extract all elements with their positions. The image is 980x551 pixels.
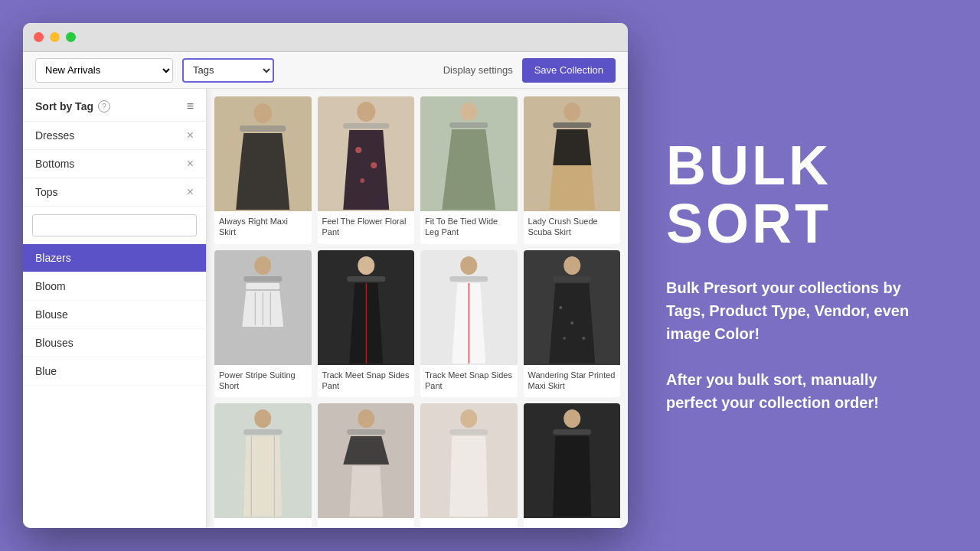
product-name-2: Feel The Flower Floral Pant — [318, 211, 415, 244]
tag-option-blue[interactable]: Blue — [23, 357, 206, 386]
app-toolbar: New ArrivalsFeaturedBest SellersSale Tag… — [23, 52, 628, 89]
svg-point-28 — [563, 337, 566, 340]
product-image-2 — [318, 96, 415, 211]
maximize-btn[interactable] — [66, 32, 76, 42]
product-image-11 — [420, 403, 518, 518]
product-name-9 — [214, 518, 312, 528]
svg-point-6 — [360, 178, 364, 183]
mac-titlebar — [23, 23, 628, 52]
product-card-11[interactable] — [420, 403, 518, 528]
mac-window: New ArrivalsFeaturedBest SellersSale Tag… — [23, 23, 628, 528]
save-collection-button[interactable]: Save Collection — [522, 58, 616, 83]
product-image-3 — [420, 96, 518, 211]
svg-point-4 — [355, 147, 361, 153]
svg-rect-34 — [347, 429, 385, 435]
tag-option-blazers[interactable]: Blazers — [23, 244, 206, 272]
page-wrapper: New ArrivalsFeaturedBest SellersSale Tag… — [0, 0, 980, 551]
svg-point-26 — [570, 321, 573, 324]
active-tag-tops[interactable]: Tops × — [23, 178, 206, 207]
tag-label: Bottoms — [35, 158, 74, 170]
product-card-9[interactable] — [214, 403, 312, 528]
svg-rect-18 — [347, 276, 385, 282]
remove-tag-icon[interactable]: × — [187, 186, 194, 198]
product-name-3: Fit To Be Tied Wide Leg Pant — [420, 211, 518, 244]
svg-rect-38 — [553, 429, 591, 435]
minimize-btn[interactable] — [50, 32, 60, 42]
svg-point-29 — [254, 409, 271, 428]
product-name-6: Track Meet Snap Sides Pant — [318, 365, 415, 398]
tag-dropdown-list: Blazers Bloom Blouse Blouses Blue — [23, 244, 206, 528]
product-card-12[interactable] — [524, 403, 621, 528]
svg-rect-21 — [449, 276, 488, 282]
product-name-7: Track Meet Snap Sides Pant — [420, 365, 518, 398]
close-btn[interactable] — [34, 32, 44, 42]
product-image-6 — [318, 250, 415, 365]
svg-point-11 — [254, 256, 271, 275]
svg-rect-12 — [243, 276, 282, 282]
product-name-11 — [420, 518, 518, 528]
svg-point-23 — [564, 256, 580, 275]
remove-tag-icon[interactable]: × — [187, 158, 194, 170]
product-grid-area: Always Right Maxi Skirt — [207, 89, 628, 528]
product-name-4: Lady Crush Suede Scuba Skirt — [524, 211, 621, 244]
product-name-8: Wandering Star Printed Maxi Skirt — [524, 365, 621, 398]
svg-point-0 — [253, 103, 272, 123]
svg-rect-13 — [246, 283, 279, 289]
svg-rect-36 — [449, 429, 488, 435]
product-card-3[interactable]: Fit To Be Tied Wide Leg Pant — [420, 96, 518, 244]
sidebar-header: Sort by Tag ? ≡ — [23, 89, 206, 122]
svg-point-35 — [460, 409, 477, 428]
collection-select[interactable]: New ArrivalsFeaturedBest SellersSale — [35, 58, 173, 83]
svg-point-17 — [358, 256, 374, 275]
product-name-10 — [318, 518, 415, 528]
product-name-1: Always Right Maxi Skirt — [214, 211, 312, 244]
product-card-6[interactable]: Track Meet Snap Sides Pant — [318, 250, 415, 398]
help-icon[interactable]: ? — [98, 100, 110, 112]
tag-option-blouse[interactable]: Blouse — [23, 301, 206, 329]
svg-rect-3 — [343, 123, 389, 129]
sort-order-icon[interactable]: ≡ — [187, 99, 194, 113]
product-card-1[interactable]: Always Right Maxi Skirt — [214, 96, 312, 244]
product-card-8[interactable]: Wandering Star Printed Maxi Skirt — [524, 250, 621, 398]
product-card-2[interactable]: Feel The Flower Floral Pant — [318, 96, 415, 244]
app-body: Sort by Tag ? ≡ Dresses × Bottoms × — [23, 89, 628, 528]
product-image-7 — [420, 250, 518, 365]
product-image-10 — [318, 403, 415, 518]
product-image-4 — [524, 96, 621, 211]
promo-text2: After you bulk sort, manually perfect yo… — [666, 368, 919, 414]
active-tag-dresses[interactable]: Dresses × — [23, 122, 206, 150]
product-card-10[interactable] — [318, 403, 415, 528]
product-card-7[interactable]: Track Meet Snap Sides Pant — [420, 250, 518, 398]
remove-tag-icon[interactable]: × — [187, 129, 194, 142]
svg-point-20 — [460, 256, 477, 275]
sidebar: Sort by Tag ? ≡ Dresses × Bottoms × — [23, 89, 207, 528]
product-card-5[interactable]: Power Stripe Suiting Short — [214, 250, 312, 398]
svg-point-37 — [564, 409, 580, 428]
tag-option-bloom[interactable]: Bloom — [23, 272, 206, 301]
svg-point-33 — [358, 409, 374, 428]
promo-title: BULK SORT — [666, 137, 919, 253]
product-image-1 — [214, 96, 312, 211]
tag-label: Dresses — [35, 129, 74, 142]
product-name-12 — [524, 518, 621, 528]
svg-rect-24 — [553, 276, 591, 282]
product-image-5 — [214, 250, 312, 365]
product-image-8 — [524, 250, 621, 365]
svg-point-9 — [564, 103, 580, 121]
display-settings-link[interactable]: Display settings — [443, 64, 513, 76]
promo-text1: Bulk Presort your collections by Tags, P… — [666, 276, 919, 345]
svg-rect-8 — [449, 122, 488, 128]
active-tag-bottoms[interactable]: Bottoms × — [23, 150, 206, 178]
sidebar-title-row: Sort by Tag ? — [35, 100, 110, 112]
product-image-9 — [214, 403, 312, 518]
tag-option-blouses[interactable]: Blouses — [23, 329, 206, 357]
sidebar-title: Sort by Tag — [35, 100, 93, 112]
tag-search-input[interactable] — [32, 214, 197, 236]
product-name-5: Power Stripe Suiting Short — [214, 365, 312, 398]
product-card-4[interactable]: Lady Crush Suede Scuba Skirt — [524, 96, 621, 244]
svg-point-5 — [371, 162, 377, 168]
svg-point-2 — [357, 102, 375, 122]
sort-by-select[interactable]: TagsProduct TypeVendorImage Color — [182, 58, 274, 83]
svg-rect-1 — [240, 126, 286, 132]
tag-label: Tops — [35, 186, 58, 198]
